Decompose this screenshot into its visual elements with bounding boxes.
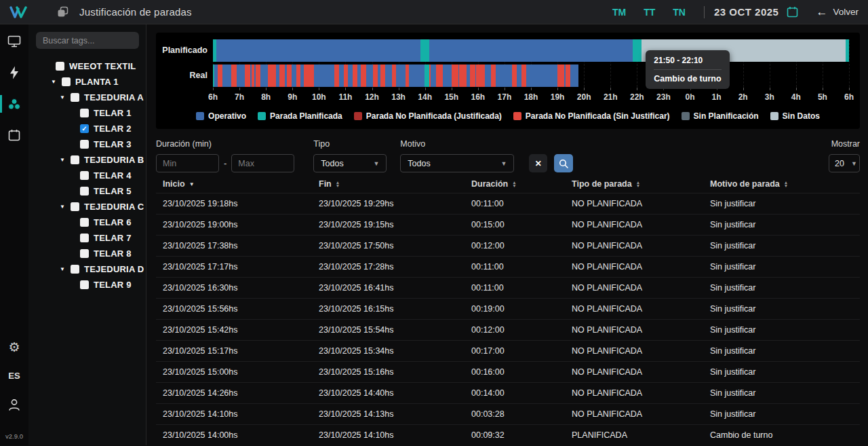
- checkbox[interactable]: [80, 187, 89, 196]
- column-header[interactable]: Motivo de parada▲▼: [703, 179, 860, 189]
- real-segment[interactable]: [314, 64, 334, 87]
- real-segment[interactable]: [570, 64, 579, 87]
- checkbox[interactable]: [80, 109, 89, 117]
- column-header[interactable]: Duración▲▼: [465, 179, 565, 189]
- expander-icon[interactable]: ▼: [59, 266, 66, 272]
- shift-tn-button[interactable]: TN: [673, 7, 686, 18]
- planificado-segment[interactable]: [216, 39, 420, 62]
- checkbox[interactable]: [62, 77, 71, 86]
- real-segment[interactable]: [373, 64, 378, 87]
- real-segment[interactable]: [409, 64, 425, 87]
- lightning-icon[interactable]: [0, 65, 28, 80]
- user-icon[interactable]: [0, 397, 28, 412]
- real-segment[interactable]: [366, 64, 373, 87]
- real-segment[interactable]: [334, 64, 339, 87]
- real-segment[interactable]: [231, 64, 237, 87]
- sort-icon[interactable]: ▲▼: [784, 181, 788, 187]
- real-segment[interactable]: [452, 64, 459, 87]
- tree-node[interactable]: TELAR 9: [28, 277, 146, 293]
- table-row[interactable]: 23/10/2025 17:38hs23/10/2025 17:50hs00:1…: [156, 235, 860, 256]
- search-button[interactable]: [554, 154, 573, 172]
- real-segment[interactable]: [268, 64, 276, 87]
- table-row[interactable]: 23/10/2025 15:42hs23/10/2025 15:54hs00:1…: [156, 319, 860, 340]
- real-segment[interactable]: [491, 64, 496, 87]
- real-segment[interactable]: [485, 64, 492, 87]
- real-segment[interactable]: [396, 64, 406, 87]
- shift-tt-button[interactable]: TT: [644, 7, 655, 18]
- real-segment[interactable]: [431, 64, 436, 87]
- checkbox[interactable]: [56, 62, 64, 71]
- calendar-icon[interactable]: [787, 6, 798, 18]
- table-row[interactable]: 23/10/2025 16:30hs23/10/2025 16:41hs00:1…: [156, 277, 860, 298]
- schedule-icon[interactable]: [0, 128, 28, 143]
- planificado-segment[interactable]: [429, 39, 632, 62]
- table-row[interactable]: 23/10/2025 19:18hs23/10/2025 19:29hs00:1…: [156, 193, 860, 214]
- real-segment[interactable]: [459, 64, 467, 87]
- tipo-select[interactable]: Todos ▼: [313, 154, 387, 172]
- checkbox[interactable]: [71, 93, 79, 102]
- real-segment[interactable]: [279, 64, 285, 87]
- tree-node[interactable]: TELAR 4: [28, 168, 146, 183]
- checkbox[interactable]: [80, 249, 89, 258]
- app-logo[interactable]: [9, 5, 30, 20]
- column-header[interactable]: Fin▲▼: [312, 179, 465, 189]
- real-segment[interactable]: [512, 64, 517, 87]
- settings-icon[interactable]: ⚙: [0, 339, 28, 354]
- real-segment[interactable]: [385, 64, 392, 87]
- real-segment[interactable]: [470, 64, 475, 87]
- table-row[interactable]: 23/10/2025 14:26hs23/10/2025 14:40hs00:1…: [156, 382, 860, 403]
- real-segment[interactable]: [218, 64, 222, 87]
- checkbox[interactable]: [80, 234, 89, 242]
- checkbox[interactable]: ✓: [80, 124, 89, 133]
- sort-icon[interactable]: ▲▼: [636, 181, 640, 187]
- planificado-segment[interactable]: [420, 39, 429, 62]
- tree-node[interactable]: TELAR 8: [28, 246, 146, 261]
- real-segment[interactable]: [245, 64, 250, 87]
- expander-icon[interactable]: ▼: [59, 94, 66, 100]
- real-segment[interactable]: [557, 64, 564, 87]
- max-duration-input[interactable]: [231, 154, 294, 172]
- tree-node[interactable]: TELAR 7: [28, 230, 146, 246]
- real-segment[interactable]: [339, 64, 344, 87]
- real-segment[interactable]: [526, 64, 557, 87]
- checkbox[interactable]: [71, 265, 79, 274]
- real-segment[interactable]: [256, 64, 261, 87]
- tree-node[interactable]: WEEOT TEXTIL: [28, 58, 146, 74]
- checkbox[interactable]: [80, 218, 89, 227]
- tree-node[interactable]: ✓TELAR 2: [28, 121, 146, 136]
- real-segment[interactable]: [287, 64, 292, 87]
- clear-filters-button[interactable]: ✕: [529, 154, 547, 172]
- planificado-segment[interactable]: [642, 39, 846, 62]
- real-segment[interactable]: [260, 64, 267, 87]
- pages-icon[interactable]: [57, 6, 68, 18]
- real-segment[interactable]: [521, 64, 527, 87]
- real-segment[interactable]: [496, 64, 511, 87]
- planificado-segment[interactable]: [633, 39, 642, 62]
- back-button[interactable]: ← Volver: [816, 5, 859, 19]
- real-segment[interactable]: [237, 64, 245, 87]
- real-segment[interactable]: [353, 64, 357, 87]
- table-row[interactable]: 23/10/2025 15:00hs23/10/2025 15:16hs00:1…: [156, 361, 860, 382]
- tree-node[interactable]: ▼TEJEDURIA A: [28, 90, 146, 105]
- table-row[interactable]: 23/10/2025 19:00hs23/10/2025 19:15hs00:1…: [156, 214, 860, 235]
- real-segment[interactable]: [222, 64, 232, 87]
- shift-tm-button[interactable]: TM: [612, 7, 626, 18]
- expander-icon[interactable]: ▼: [50, 79, 57, 85]
- checkbox[interactable]: [80, 140, 89, 149]
- table-row[interactable]: 23/10/2025 14:10hs23/10/2025 14:13hs00:0…: [156, 403, 860, 424]
- tree-node[interactable]: ▼TEJEDURIA D: [28, 261, 146, 277]
- planificado-segment[interactable]: [846, 39, 849, 62]
- min-duration-input[interactable]: [156, 154, 219, 172]
- table-row[interactable]: 23/10/2025 15:17hs23/10/2025 15:34hs00:1…: [156, 340, 860, 361]
- real-segment[interactable]: [425, 64, 429, 87]
- tree-node[interactable]: ▼TEJEDURIA C: [28, 199, 146, 215]
- column-header[interactable]: Tipo de parada▲▼: [565, 179, 703, 189]
- real-segment[interactable]: [566, 64, 570, 87]
- real-segment[interactable]: [380, 64, 385, 87]
- page-size-select[interactable]: 20 ▼: [829, 154, 860, 172]
- monitor-icon[interactable]: [0, 34, 28, 49]
- table-row[interactable]: 23/10/2025 17:17hs23/10/2025 17:28hs00:1…: [156, 256, 860, 277]
- sort-icon[interactable]: ▲▼: [336, 181, 340, 187]
- expander-icon[interactable]: ▼: [59, 157, 66, 163]
- real-segment[interactable]: [292, 64, 296, 87]
